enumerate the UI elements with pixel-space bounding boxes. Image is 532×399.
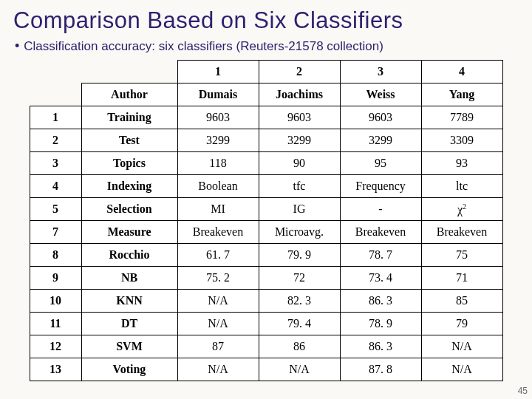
row-label: Measure [81, 221, 177, 244]
page-number: 45 [518, 386, 528, 396]
data-cell: N/A [177, 358, 259, 381]
bullet-text: Classification accuracy: six classifiers… [24, 39, 383, 53]
row-label: Topics [81, 152, 177, 175]
row-number: 2 [30, 129, 81, 152]
author-name: Weiss [340, 83, 421, 106]
row-label: DT [81, 313, 177, 335]
data-cell: 9603 [340, 106, 421, 129]
data-cell: 86 [259, 335, 340, 358]
row-number: 3 [30, 152, 81, 175]
row-label: Test [81, 129, 177, 152]
data-cell: ltc [421, 175, 502, 198]
data-cell: MI [177, 198, 259, 221]
slide: Comparison Based on Six Classifiers •Cla… [0, 0, 532, 381]
data-cell: N/A [259, 358, 340, 381]
data-cell: 75 [421, 244, 502, 267]
bullet-dot: • [15, 38, 19, 53]
data-cell: 3299 [177, 129, 259, 152]
data-cell: 3299 [259, 129, 340, 152]
data-cell: 82. 3 [259, 290, 340, 313]
col-header: 2 [259, 61, 340, 83]
empty-cell [30, 83, 81, 106]
data-cell: 73. 4 [340, 267, 421, 290]
col-header: 1 [177, 61, 259, 83]
row-number: 9 [30, 267, 81, 290]
author-name: Yang [421, 83, 502, 106]
comparison-table: 1234AuthorDumaisJoachimsWeissYang1Traini… [30, 60, 503, 381]
data-cell: 118 [177, 152, 259, 175]
data-cell: 9603 [259, 106, 340, 129]
row-number: 8 [30, 244, 81, 267]
data-cell: Microavg. [259, 221, 340, 244]
row-label: SVM [81, 335, 177, 358]
data-cell: 3309 [421, 129, 502, 152]
data-cell: 85 [421, 290, 502, 313]
bullet-line: •Classification accuracy: six classifier… [15, 38, 519, 54]
data-cell: 71 [421, 267, 502, 290]
data-cell: IG [259, 198, 340, 221]
col-header: 3 [340, 61, 421, 83]
data-cell: Breakeven [177, 221, 259, 244]
row-label: Training [81, 106, 177, 129]
row-number: 1 [30, 106, 81, 129]
data-cell: Breakeven [421, 221, 502, 244]
data-cell: 79 [421, 313, 502, 335]
row-label: Selection [81, 198, 177, 221]
row-label: NB [81, 267, 177, 290]
row-label: Indexing [81, 175, 177, 198]
author-name: Dumais [177, 83, 259, 106]
data-cell: 79. 4 [259, 313, 340, 335]
data-cell: 87. 8 [340, 358, 421, 381]
data-cell: 75. 2 [177, 267, 259, 290]
data-cell: χ2 [421, 198, 502, 221]
row-number: 5 [30, 198, 81, 221]
row-number: 7 [30, 221, 81, 244]
author-name: Joachims [259, 83, 340, 106]
data-cell: 79. 9 [259, 244, 340, 267]
empty-cell [81, 61, 177, 83]
data-cell: 3299 [340, 129, 421, 152]
data-cell: N/A [177, 290, 259, 313]
row-label: Rocchio [81, 244, 177, 267]
data-cell: N/A [421, 335, 502, 358]
row-number: 11 [30, 313, 81, 335]
data-cell: 95 [340, 152, 421, 175]
row-label: KNN [81, 290, 177, 313]
data-cell: 78. 9 [340, 313, 421, 335]
data-cell: N/A [177, 313, 259, 335]
row-number: 13 [30, 358, 81, 381]
data-cell: - [340, 198, 421, 221]
data-cell: 86. 3 [340, 290, 421, 313]
empty-cell [30, 61, 81, 83]
row-label: Voting [81, 358, 177, 381]
data-cell: 86. 3 [340, 335, 421, 358]
col-header: 4 [421, 61, 502, 83]
row-number: 10 [30, 290, 81, 313]
data-cell: Boolean [177, 175, 259, 198]
slide-title: Comparison Based on Six Classifiers [13, 7, 519, 34]
row-number: 4 [30, 175, 81, 198]
data-cell: 7789 [421, 106, 502, 129]
data-cell: 9603 [177, 106, 259, 129]
data-cell: 61. 7 [177, 244, 259, 267]
data-cell: Frequency [340, 175, 421, 198]
data-cell: 78. 7 [340, 244, 421, 267]
author-label: Author [81, 83, 177, 106]
data-cell: 72 [259, 267, 340, 290]
data-cell: 90 [259, 152, 340, 175]
data-cell: Breakeven [340, 221, 421, 244]
data-cell: tfc [259, 175, 340, 198]
row-number: 12 [30, 335, 81, 358]
data-cell: N/A [421, 358, 502, 381]
data-cell: 93 [421, 152, 502, 175]
data-cell: 87 [177, 335, 259, 358]
